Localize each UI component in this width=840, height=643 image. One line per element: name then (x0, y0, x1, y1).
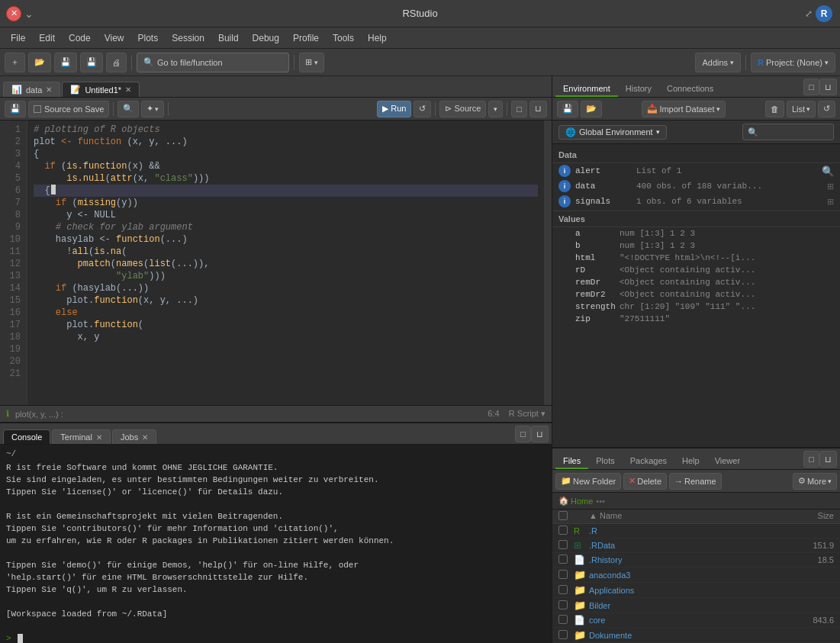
env-load-button[interactable]: 📂 (581, 101, 602, 117)
env-row-rD[interactable]: rD <Object containing activ... (552, 264, 840, 276)
env-row-html[interactable]: html "<!DOCTYPE html>\n<!--[i... (552, 252, 840, 264)
tab-packages[interactable]: Packages (623, 454, 674, 469)
files-header-name[interactable]: ▲ Name (589, 511, 788, 522)
menu-code[interactable]: Code (63, 31, 97, 46)
close-button[interactable]: ✕ (6, 6, 21, 21)
menu-plots[interactable]: Plots (132, 31, 165, 46)
status-script-arrow[interactable]: ▾ (541, 409, 546, 418)
list-item[interactable]: 📁 Bilder (552, 598, 840, 613)
source-arrow-button[interactable]: ▾ (488, 101, 503, 117)
rename-button[interactable]: → Rename (669, 473, 722, 490)
menu-build[interactable]: Build (212, 31, 245, 46)
file-check[interactable] (558, 540, 574, 551)
tab-untitled1-close[interactable]: ✕ (125, 85, 131, 94)
menu-file[interactable]: File (5, 31, 31, 46)
tab-terminal-close[interactable]: ✕ (96, 433, 102, 442)
tab-environment[interactable]: Environment (555, 82, 618, 97)
env-row-strength[interactable]: strength chr [1:20] "109" "111" "... (552, 301, 840, 313)
code-editor[interactable]: 12345 678910 1112131415 1617181920 21 # … (0, 121, 552, 405)
list-item[interactable]: 📄 .Rhistory 18.5 (552, 553, 840, 567)
env-list-button[interactable]: List ▾ (787, 101, 816, 117)
source-on-save-checkbox[interactable]: Source on Save (28, 101, 109, 117)
more-button[interactable]: ⚙ More ▾ (793, 473, 837, 490)
env-row-zip[interactable]: zip "27511111" (552, 313, 840, 325)
console-cursor[interactable] (18, 634, 23, 643)
list-item[interactable]: 📁 Dokumente (552, 628, 840, 643)
menu-tools[interactable]: Tools (327, 31, 360, 46)
addins-button[interactable]: Addins ▾ (695, 53, 741, 72)
rerun-button[interactable]: ↺ (414, 101, 431, 117)
console-maximize-button[interactable]: □ (515, 426, 531, 442)
editor-save-button[interactable]: 💾 (5, 101, 26, 117)
tab-viewer[interactable]: Viewer (707, 454, 748, 469)
list-item[interactable]: ⊞ .RData 151.9 (552, 539, 840, 553)
env-row-b[interactable]: b num [1:3] 1 2 3 (552, 240, 840, 252)
files-home-button[interactable]: 🏠 Home (558, 496, 593, 506)
layout-button[interactable]: ⊞ ▾ (299, 53, 324, 72)
env-row-a[interactable]: a num [1:3] 1 2 3 (552, 227, 840, 240)
env-search-input[interactable] (742, 124, 834, 140)
source-button[interactable]: ⊳ Source (439, 101, 486, 117)
import-dataset-button[interactable]: 📥 Import Dataset ▾ (642, 101, 725, 117)
editor-popout-button[interactable]: ⊔ (529, 101, 547, 117)
save-button[interactable]: 💾 (54, 53, 77, 72)
list-item[interactable]: R .R (552, 524, 840, 539)
file-check[interactable] (558, 555, 574, 565)
expand-icon[interactable]: ⤢ (805, 8, 813, 19)
menu-session[interactable]: Session (166, 31, 211, 46)
files-maximize-button[interactable]: □ (803, 451, 819, 468)
menu-profile[interactable]: Profile (287, 31, 325, 46)
files-popout-button[interactable]: ⊔ (819, 451, 837, 468)
file-check[interactable] (558, 585, 574, 596)
env-scope-button[interactable]: 🌐 Global Environment ▾ (558, 125, 667, 140)
editor-magic-button[interactable]: ✦ ▾ (141, 101, 164, 117)
editor-maximize-button[interactable]: □ (511, 101, 527, 117)
tab-connections[interactable]: Connections (659, 82, 721, 97)
r-user-icon[interactable]: R (816, 5, 832, 22)
env-refresh-button[interactable]: ↺ (818, 101, 835, 117)
new-file-button[interactable]: ＋ (5, 53, 25, 72)
file-check[interactable] (558, 526, 574, 536)
tab-untitled1[interactable]: 📝 Untitled1* ✕ (62, 82, 140, 97)
files-path-dots[interactable]: ••• (596, 497, 605, 506)
code-content[interactable]: # plotting of R objects plot <- function… (27, 121, 544, 405)
tab-jobs[interactable]: Jobs ✕ (112, 429, 156, 444)
tab-help[interactable]: Help (674, 454, 707, 469)
file-check[interactable] (558, 630, 574, 641)
tab-history[interactable]: History (618, 82, 659, 97)
delete-button[interactable]: ✕ Delete (623, 473, 667, 490)
save-all-button[interactable]: 💾 (80, 53, 103, 72)
tab-terminal[interactable]: Terminal ✕ (52, 429, 111, 444)
menu-debug[interactable]: Debug (246, 31, 285, 46)
env-row-alert[interactable]: i alert List of 1 🔍 (552, 163, 840, 178)
editor-scrollbar[interactable] (544, 121, 552, 405)
env-save-button[interactable]: 💾 (557, 101, 578, 117)
run-button[interactable]: ▶ Run (377, 101, 411, 117)
tab-plots[interactable]: Plots (588, 454, 622, 469)
tab-files[interactable]: Files (555, 454, 588, 469)
tab-data-close[interactable]: ✕ (46, 85, 52, 94)
file-check[interactable] (558, 600, 574, 611)
new-folder-button[interactable]: 📁 New Folder (555, 473, 621, 490)
print-button[interactable]: 🖨 (106, 53, 127, 72)
env-clear-button[interactable]: 🗑 (765, 101, 784, 117)
tab-jobs-close[interactable]: ✕ (142, 433, 148, 442)
env-row-remDr[interactable]: remDr <Object containing activ... (552, 276, 840, 288)
env-maximize-button[interactable]: □ (803, 79, 819, 95)
open-file-button[interactable]: 📂 (28, 53, 51, 72)
goto-file-input[interactable]: 🔍 Go to file/function (137, 53, 289, 72)
chevron-icon[interactable]: ⌄ (24, 8, 34, 20)
env-alert-search-icon[interactable]: 🔍 (822, 166, 834, 177)
tab-console[interactable]: Console (3, 429, 50, 444)
menu-edit[interactable]: Edit (33, 31, 61, 46)
console-popout-button[interactable]: ⊔ (531, 426, 549, 442)
list-item[interactable]: 📁 Applications (552, 583, 840, 598)
menu-help[interactable]: Help (362, 31, 393, 46)
console-content[interactable]: ~/ R ist freie Software und kommt OHNE J… (0, 445, 552, 643)
tab-data[interactable]: 📊 data ✕ (3, 82, 60, 97)
file-check[interactable] (558, 615, 574, 625)
file-check[interactable] (558, 570, 574, 580)
list-item[interactable]: 📄 core 843.6 (552, 613, 840, 628)
project-button[interactable]: R Project: (None) ▾ (751, 53, 835, 72)
menu-view[interactable]: View (98, 31, 130, 46)
